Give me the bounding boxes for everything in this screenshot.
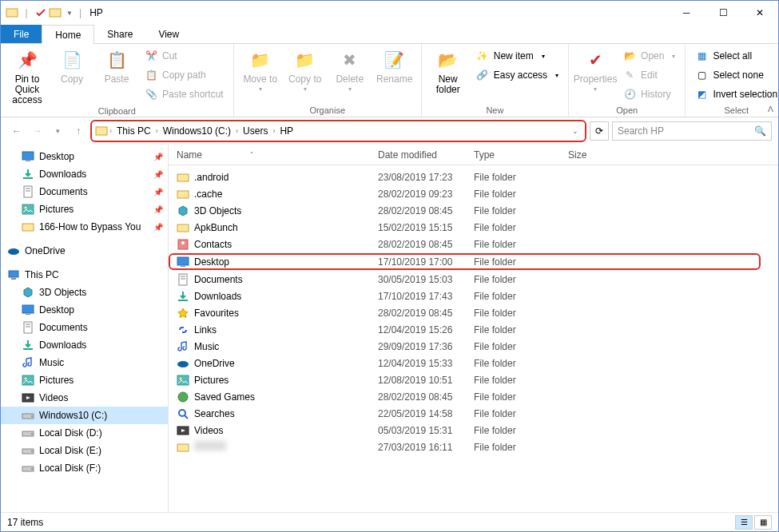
col-name[interactable]: Name˄ [177,145,378,165]
nav-pc-3[interactable]: Downloads [1,336,168,354]
delete-button[interactable]: ✖Delete▾ [330,47,370,93]
nav-pc-4[interactable]: Music [1,354,168,371]
nav-quick-4[interactable]: 166-How to Bypass You📌 [1,218,168,236]
tab-file[interactable]: File [1,25,42,43]
nav-pc-2[interactable]: Documents [1,319,168,336]
paste-button[interactable]: 📋Paste [97,47,137,85]
copy-to-button[interactable]: 📁Copy to▾ [285,47,325,93]
copy-path-button[interactable]: 📋Copy path [141,66,227,84]
qat-properties-icon[interactable] [34,6,47,19]
navigation-pane[interactable]: Desktop📌Downloads📌Documents📌Pictures📌166… [1,145,169,512]
properties-button[interactable]: ✔Properties▾ [575,47,615,93]
refresh-button[interactable]: ⟳ [590,121,609,141]
minimize-button[interactable]: ─ [668,1,705,25]
group-label-organise: Organise [240,105,415,115]
file-row[interactable]: Videos05/03/2019 15:31File folder [169,422,778,439]
nav-onedrive[interactable]: OneDrive [1,242,168,260]
tab-view[interactable]: View [145,25,192,43]
nav-pc-1[interactable]: Desktop [1,301,168,319]
paste-shortcut-button[interactable]: 📎Paste shortcut [141,85,227,103]
edit-button[interactable]: ✎Edit [620,66,678,84]
file-name: Contacts [194,239,378,250]
open-button[interactable]: 📂Open▾ [620,47,678,65]
crumb-hp[interactable]: HP [276,122,296,140]
app-icon [6,6,18,19]
col-date[interactable]: Date modified [378,145,474,165]
file-row[interactable]: Documents30/05/2019 15:03File folder [169,271,778,288]
nav-pc-5[interactable]: Pictures [1,371,168,389]
nav-back-button[interactable]: ← [7,122,25,140]
select-none-button[interactable]: ▢Select none [692,66,779,84]
ribbon: 📌Pin to Quick access 📄Copy 📋Paste ✂️Cut … [1,44,778,117]
ribbon-collapse-icon[interactable]: ᐱ [768,105,773,113]
file-row[interactable]: 3D Objects28/02/2019 08:45File folder [169,202,778,219]
file-row[interactable]: Contacts28/02/2019 08:45File folder [169,236,778,252]
svg-rect-33 [177,191,189,198]
history-button[interactable]: 🕘History [620,85,678,103]
file-row[interactable]: 27/03/2019 16:11File folder [169,439,778,455]
view-icons-button[interactable]: ▦ [754,515,772,530]
file-row[interactable]: Saved Games28/02/2019 08:45File folder [169,388,778,405]
breadcrumb[interactable]: › This PC› Windows10 (C:)› Users› HP ⌄ [90,120,586,142]
status-bar: 17 items ☰ ▦ [1,512,778,531]
invert-selection-button[interactable]: ◩Invert selection [692,85,779,103]
pin-quick-access-button[interactable]: 📌Pin to Quick access [7,47,47,106]
tab-home[interactable]: Home [42,25,94,44]
nav-pc-9[interactable]: Local Disk (E:) [1,442,168,459]
file-name: 3D Objects [194,205,378,216]
view-details-button[interactable]: ☰ [735,515,753,530]
file-row[interactable]: Music29/09/2019 17:36File folder [169,338,778,355]
file-row[interactable]: .cache28/02/2019 09:23File folder [169,185,778,202]
cut-button[interactable]: ✂️Cut [141,47,227,65]
crumb-users[interactable]: Users [240,122,271,140]
file-name: OneDrive [194,358,378,369]
new-folder-button[interactable]: 📂New folder [428,47,468,95]
file-row[interactable]: Downloads17/10/2019 17:43File folder [169,288,778,304]
nav-recent-button[interactable]: ▾ [49,122,66,140]
nav-pc-6[interactable]: Videos [1,389,168,407]
copy-button[interactable]: 📄Copy [52,47,92,85]
crumb-drive[interactable]: Windows10 (C:) [160,122,234,140]
crumb-this-pc[interactable]: This PC [113,122,154,140]
nav-quick-1[interactable]: Downloads📌 [1,165,168,183]
tab-share[interactable]: Share [94,25,145,43]
nav-quick-2[interactable]: Documents📌 [1,183,168,200]
new-item-button[interactable]: ✨New item▾ [473,47,562,65]
file-row[interactable]: .android23/08/2019 17:23File folder [169,169,778,185]
3d-icon [177,204,189,217]
maximize-button[interactable]: ☐ [705,1,741,25]
file-row[interactable]: OneDrive12/04/2019 15:33File folder [169,355,778,371]
file-row[interactable]: Links12/04/2019 15:26File folder [169,321,778,338]
file-row[interactable]: Pictures12/08/2019 10:51File folder [169,371,778,388]
easy-access-button[interactable]: 🔗Easy access▾ [473,66,562,84]
file-row[interactable]: Searches22/05/2019 14:58File folder [169,405,778,422]
col-size[interactable]: Size [568,145,632,165]
3d-icon [22,286,34,299]
select-all-button[interactable]: ▦Select all [692,47,779,65]
move-to-button[interactable]: 📁Move to▾ [240,47,280,93]
folder-icon [177,221,189,234]
nav-this-pc[interactable]: This PC [1,266,168,284]
qat-folder-icon[interactable] [49,6,62,19]
chevron-right-icon[interactable]: › [109,127,112,135]
nav-quick-0[interactable]: Desktop📌 [1,148,168,165]
nav-forward-button[interactable]: → [28,122,46,140]
nav-pc-10[interactable]: Local Disk (F:) [1,459,168,477]
nav-pc-0[interactable]: 3D Objects [1,284,168,301]
file-row[interactable]: Desktop17/10/2019 17:00File folder [169,253,761,270]
search-input[interactable]: Search HP 🔍 [612,121,772,141]
qat-dropdown-icon[interactable]: ▼ [63,6,76,19]
close-button[interactable]: ✕ [741,1,778,25]
nav-pc-8[interactable]: Local Disk (D:) [1,424,168,442]
col-type[interactable]: Type [474,145,568,165]
file-type: File folder [474,222,568,233]
rename-button[interactable]: 📝Rename [375,47,415,85]
file-name: .cache [194,189,378,200]
file-type: File folder [474,425,568,436]
nav-up-button[interactable]: ↑ [70,122,87,140]
address-dropdown-icon[interactable]: ⌄ [569,127,582,135]
file-row[interactable]: ApkBunch15/02/2019 15:15File folder [169,219,778,236]
file-row[interactable]: Favourites28/02/2019 08:45File folder [169,304,778,321]
nav-pc-7[interactable]: Windows10 (C:) [1,407,168,424]
nav-quick-3[interactable]: Pictures📌 [1,200,168,218]
